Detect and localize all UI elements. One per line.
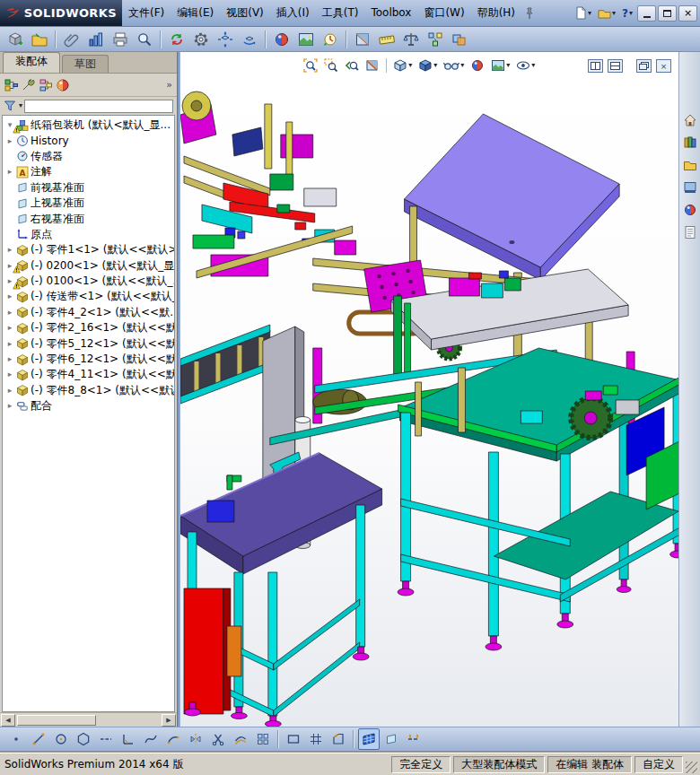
expand-arrow-icon[interactable]: ▸ <box>5 168 14 176</box>
minimize-button[interactable] <box>637 5 656 22</box>
sketch-section-button[interactable] <box>403 728 424 750</box>
pin-menu-button[interactable] <box>521 4 538 23</box>
mass-properties-button[interactable] <box>399 29 423 50</box>
tab-sketch[interactable]: 草图 <box>62 55 109 73</box>
menu-tools[interactable]: 工具(T) <box>316 0 365 26</box>
file-explorer-button[interactable] <box>681 156 699 174</box>
grid-system-button[interactable] <box>358 728 380 750</box>
sketch-chamfer-button[interactable] <box>328 728 349 750</box>
sketch-offset-button[interactable] <box>230 728 251 750</box>
expand-arrow-icon[interactable]: ▸ <box>5 387 14 395</box>
design-library-button[interactable] <box>681 134 699 152</box>
dropdown-icon[interactable]: ▾ <box>19 102 22 109</box>
view-orientation-button[interactable]: ▾ <box>390 56 415 75</box>
motion-study-button[interactable] <box>319 29 342 50</box>
expand-arrow-icon[interactable]: ▸ <box>5 137 14 145</box>
tree-item-assembly[interactable]: ▾ 纸箱包装机 (默认<默认_显... <box>3 118 174 133</box>
tree-item-annotations[interactable]: ▸ 注解 <box>3 164 174 179</box>
help-button[interactable]: ?▾ <box>619 4 635 23</box>
close-viewport-button[interactable]: × <box>656 59 671 73</box>
sketch-point-button[interactable] <box>5 728 27 750</box>
assembly-3d-model[interactable] <box>180 52 700 727</box>
menu-insert[interactable]: 插入(I) <box>270 0 316 26</box>
exploded-view-button[interactable] <box>424 29 447 50</box>
scrollbar-thumb[interactable] <box>17 715 96 726</box>
section-view-button[interactable] <box>351 29 374 50</box>
configurationmanager-icon[interactable] <box>39 78 53 92</box>
scroll-right-button[interactable]: ▶ <box>162 714 176 727</box>
menu-window[interactable]: 窗口(W) <box>417 0 470 26</box>
tab-assembly[interactable]: 装配体 <box>3 52 60 73</box>
tree-item-part4-2[interactable]: ▸ (-) 零件4_2<1> (默认<<默... <box>3 305 174 320</box>
tree-item-origin[interactable]: 原点 <box>3 227 174 242</box>
evaluate-button[interactable] <box>84 29 108 50</box>
expand-arrow-icon[interactable]: ▸ <box>5 340 14 348</box>
measure-button[interactable] <box>375 29 398 50</box>
tree-filter-input[interactable] <box>24 100 173 113</box>
sketch-pattern-button[interactable] <box>252 728 274 750</box>
expand-arrow-icon[interactable]: ▸ <box>5 246 14 254</box>
menu-help[interactable]: 帮助(H) <box>471 0 521 26</box>
tree-item-front-plane[interactable]: 前视基准面 <box>3 180 174 196</box>
search-button[interactable] <box>133 29 156 50</box>
zoom-to-area-button[interactable] <box>321 56 341 75</box>
tree-item-part5-12[interactable]: ▸ (-) 零件5_12<1> (默认<<默... <box>3 335 174 351</box>
move-component-button[interactable] <box>214 29 237 50</box>
tree-item-right-plane[interactable]: 右视基准面 <box>3 211 174 226</box>
menu-toolbox[interactable]: Toolbox <box>364 0 417 26</box>
status-large-assembly-mode[interactable]: 大型装配体模式 <box>453 756 545 773</box>
section-view-button[interactable] <box>363 56 382 75</box>
menu-file[interactable]: 文件(F) <box>122 0 171 26</box>
sketch-polygon-button[interactable] <box>73 728 94 750</box>
previous-view-button[interactable] <box>342 56 362 75</box>
chevrons-expand-icon[interactable]: » <box>166 79 172 91</box>
sketch-circle-button[interactable] <box>50 728 72 750</box>
sketch-mirror-button[interactable] <box>185 728 206 750</box>
rebuild-button[interactable] <box>165 29 188 50</box>
edit-appearance-button[interactable] <box>270 29 293 50</box>
tree-item-part1[interactable]: ▸ (-) 零件1<1> (默认<<默认>_... <box>3 242 174 257</box>
tree-item-top-plane[interactable]: 上视基准面 <box>3 196 174 211</box>
view-palette-button[interactable] <box>681 179 699 196</box>
open-document-button[interactable]: ▾ <box>595 4 618 23</box>
sketch-trim-button[interactable] <box>207 728 229 750</box>
zoom-to-fit-button[interactable] <box>301 56 320 75</box>
attach-button[interactable] <box>60 29 83 50</box>
status-customize[interactable]: 自定义 <box>634 756 683 773</box>
options-button[interactable] <box>189 29 213 50</box>
split-vertical-button[interactable] <box>608 59 623 73</box>
displaymanager-icon[interactable] <box>56 78 70 92</box>
tree-item-0200[interactable]: ▸ (-) 0200<1> (默认<默认_显... <box>3 258 174 274</box>
filter-funnel-icon[interactable] <box>4 100 16 112</box>
custom-properties-button[interactable] <box>681 223 699 241</box>
sketch-centerline-button[interactable] <box>95 728 117 750</box>
sketch-perpendicular-button[interactable] <box>118 728 139 750</box>
sketch-arc-button[interactable] <box>162 728 184 750</box>
expand-arrow-icon[interactable]: ▸ <box>5 402 14 410</box>
rotate-component-button[interactable] <box>238 29 261 50</box>
menu-edit[interactable]: 编辑(E) <box>171 0 220 26</box>
close-button[interactable]: × <box>678 5 697 22</box>
featuremanager-tree-icon[interactable] <box>4 78 19 92</box>
tree-item-conveyor[interactable]: ▸ (-) 传送带<1> (默认<<默认_... <box>3 289 174 304</box>
tree-item-sensors[interactable]: 传感器 <box>3 149 174 164</box>
display-style-button[interactable]: ▾ <box>416 56 440 75</box>
restore-viewport-button[interactable] <box>636 59 652 73</box>
tree-item-history[interactable]: ▸ History <box>3 133 174 148</box>
sketch-spline-button[interactable] <box>140 728 162 750</box>
print-button[interactable] <box>109 29 132 50</box>
apply-scene-button[interactable]: ▾ <box>488 56 512 75</box>
view-settings-button[interactable]: ▾ <box>513 56 538 75</box>
expand-arrow-icon[interactable]: ▸ <box>5 370 14 379</box>
tree-item-part6-12[interactable]: ▸ (-) 零件6_12<1> (默认<<默... <box>3 352 174 367</box>
propertymanager-icon[interactable] <box>22 78 36 92</box>
interference-detection-button[interactable] <box>448 29 471 50</box>
appearances-button[interactable] <box>681 201 699 219</box>
tree-item-part4-11[interactable]: ▸ (-) 零件4_11<1> (默认<<默认... <box>3 367 174 382</box>
open-button[interactable] <box>28 29 51 50</box>
tree-item-0100[interactable]: ▸ (-) 0100<1> (默认<<默认_... <box>3 274 174 289</box>
menu-view[interactable]: 视图(V) <box>220 0 270 26</box>
scroll-left-button[interactable]: ◀ <box>1 714 15 727</box>
graphics-viewport[interactable]: ▾ ▾ ▾ ▾ ▾ × <box>180 52 700 727</box>
tree-item-mates[interactable]: ▸ 配合 <box>3 398 174 414</box>
